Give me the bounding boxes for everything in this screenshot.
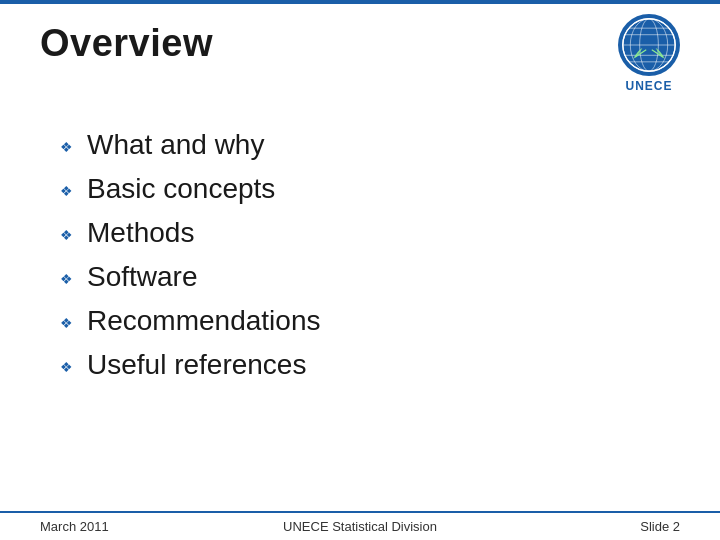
- unece-logo-circle: [618, 14, 680, 76]
- overview-bullet-list: ❖ What and why ❖ Basic concepts ❖ Method…: [60, 123, 680, 387]
- bullet-diamond-6: ❖: [60, 359, 73, 375]
- footer-organization: UNECE Statistical Division: [253, 519, 466, 534]
- slide-content: ❖ What and why ❖ Basic concepts ❖ Method…: [0, 93, 720, 511]
- unece-globe-icon: [620, 16, 678, 74]
- bullet-text-4: Software: [87, 261, 198, 293]
- bullet-text-6: Useful references: [87, 349, 306, 381]
- bullet-item-1: ❖ What and why: [60, 123, 680, 167]
- footer-slide-number: Slide 2: [467, 519, 680, 534]
- slide-footer: March 2011 UNECE Statistical Division Sl…: [0, 511, 720, 540]
- unece-logo-label: UNECE: [625, 79, 672, 93]
- bullet-diamond-3: ❖: [60, 227, 73, 243]
- slide-header: Overview: [0, 4, 720, 93]
- bullet-text-3: Methods: [87, 217, 194, 249]
- footer-date: March 2011: [40, 519, 253, 534]
- bullet-diamond-2: ❖: [60, 183, 73, 199]
- bullet-item-2: ❖ Basic concepts: [60, 167, 680, 211]
- bullet-text-2: Basic concepts: [87, 173, 275, 205]
- bullet-diamond-4: ❖: [60, 271, 73, 287]
- unece-logo-container: UNECE: [618, 14, 680, 93]
- bullet-item-5: ❖ Recommendations: [60, 299, 680, 343]
- slide: Overview: [0, 0, 720, 540]
- bullet-item-6: ❖ Useful references: [60, 343, 680, 387]
- bullet-text-5: Recommendations: [87, 305, 320, 337]
- bullet-item-3: ❖ Methods: [60, 211, 680, 255]
- slide-title: Overview: [40, 22, 213, 65]
- bullet-item-4: ❖ Software: [60, 255, 680, 299]
- bullet-text-1: What and why: [87, 129, 264, 161]
- bullet-diamond-1: ❖: [60, 139, 73, 155]
- bullet-diamond-5: ❖: [60, 315, 73, 331]
